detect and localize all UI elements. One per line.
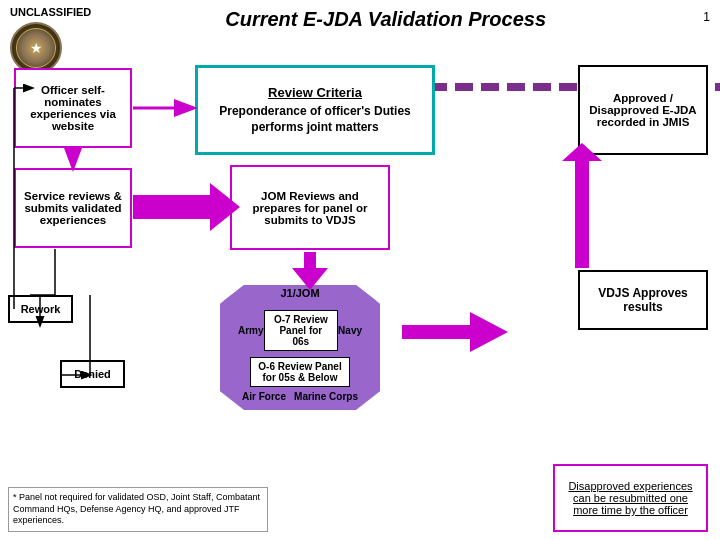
footnote: * Panel not required for validated OSD, … [8,487,268,532]
marine-corps-label: Marine Corps [294,391,358,402]
arrow-service-to-jom [133,183,240,231]
page: UNCLASSIFIED Current E-JDA Validation Pr… [0,0,720,540]
seal-star-icon: ★ [30,40,43,56]
vdjs-box: VDJS Approves results [578,270,708,330]
arrow-vdjs-to-approved [562,143,602,268]
octagon: J1/JOM Army O-7 Review Panel for 06s Nav… [220,285,380,410]
army-label: Army [238,325,264,336]
approved-text: Approved / Disapproved E-JDA recorded in… [584,92,702,128]
octagon-container: J1/JOM Army O-7 Review Panel for 06s Nav… [200,265,400,430]
rework-text: Rework [21,303,61,315]
denied-box: Denied [60,360,125,388]
o7-panel-text: O-7 Review Panel for 06s [274,314,328,347]
o7-panel-box: O-7 Review Panel for 06s [264,310,339,351]
review-criteria-text: Preponderance of officer's Duties perfor… [204,104,426,135]
officer-box: Officer self-nominates experiences via w… [14,68,132,148]
jom-text: JOM Reviews and prepares for panel or su… [236,190,384,226]
page-title: Current E-JDA Validation Process [91,6,680,31]
service-text: Service reviews & submits validated expe… [20,190,126,226]
seal-logo: ★ [10,22,62,74]
air-force-label: Air Force [242,391,286,402]
classification-label: UNCLASSIFIED [10,6,91,18]
approved-box: Approved / Disapproved E-JDA recorded in… [578,65,708,155]
review-criteria-title: Review Criteria [268,85,362,100]
rework-box: Rework [8,295,73,323]
o6-panel-text: O-6 Review Panel for 05s & Below [258,361,341,383]
review-criteria-box: Review Criteria Preponderance of officer… [195,65,435,155]
o6-panel-box: O-6 Review Panel for 05s & Below [250,357,350,387]
j1-jom-label: J1/JOM [220,285,380,301]
denied-text: Denied [74,368,111,380]
officer-text: Officer self-nominates experiences via w… [20,84,126,132]
disapproved-resubmit-text: Disapproved experiences can be resubmitt… [561,480,700,516]
jom-box: JOM Reviews and prepares for panel or su… [230,165,390,250]
vdjs-text: VDJS Approves results [584,286,702,314]
footnote-text: * Panel not required for validated OSD, … [13,492,260,525]
service-box: Service reviews & submits validated expe… [14,168,132,248]
navy-label: Navy [338,325,362,336]
disapproved-resubmit-box: Disapproved experiences can be resubmitt… [553,464,708,532]
header: UNCLASSIFIED Current E-JDA Validation Pr… [0,6,720,31]
air-marine-row: Air Force Marine Corps [228,391,372,402]
army-navy-row: Army O-7 Review Panel for 06s Navy [228,308,372,353]
page-number: 1 [680,6,710,24]
arrow-octagon-to-vdjs [402,312,508,352]
